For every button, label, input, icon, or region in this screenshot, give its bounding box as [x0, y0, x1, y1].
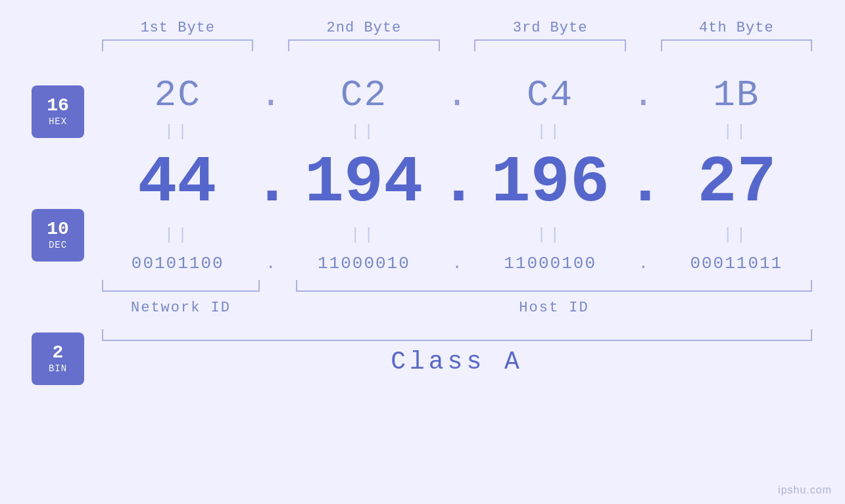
watermark: ipshu.com: [778, 484, 832, 496]
id-label-row: Network ID Host ID: [102, 300, 812, 316]
top-bracket-row: [102, 39, 812, 51]
hex-base-num: 16: [47, 97, 69, 115]
bin-base-num: 2: [53, 344, 64, 362]
grid-wrapper: 1st Byte 2nd Byte 3rd Byte 4th Byte 2C .…: [102, 20, 812, 376]
col-header-2: 2nd Byte: [288, 20, 439, 36]
main-container: 16 HEX 10 DEC 2 BIN 1st Byte 2nd Byte 3r…: [0, 0, 845, 504]
eq2-1: ||: [102, 226, 253, 244]
bin-base-label: BIN: [49, 363, 67, 374]
top-bracket-4: [661, 39, 812, 51]
eq2-4: ||: [661, 226, 812, 244]
dec-dot-3: .: [625, 150, 662, 216]
hex-row: 2C . C2 . C4 . 1B: [102, 74, 812, 116]
col-header-3: 3rd Byte: [474, 20, 625, 36]
dec-dot-2: .: [439, 150, 475, 216]
badges-column: 16 HEX 10 DEC 2 BIN: [32, 85, 84, 385]
dec-base-num: 10: [47, 220, 69, 239]
bottom-bracket-host: [296, 280, 812, 292]
eq-3: ||: [474, 123, 625, 141]
class-label: Class A: [391, 348, 523, 376]
eq-2: ||: [288, 123, 439, 141]
header-row: 1st Byte 2nd Byte 3rd Byte 4th Byte: [102, 20, 812, 36]
dec-badge: 10 DEC: [32, 209, 84, 262]
dec-dot-1: .: [253, 150, 289, 216]
bottom-bracket-row: [102, 280, 812, 292]
top-bracket-3: [474, 39, 625, 51]
dec-val-4: 27: [662, 150, 812, 216]
dec-val-2: 194: [289, 150, 439, 216]
host-id-label: Host ID: [296, 300, 812, 316]
class-row: Class A: [102, 329, 812, 376]
bin-val-1: 00101100: [102, 254, 253, 273]
bin-val-2: 11000010: [288, 254, 439, 273]
hex-dot-2: .: [440, 74, 475, 116]
hex-val-4: 1B: [661, 74, 812, 116]
col-header-4: 4th Byte: [661, 20, 812, 36]
top-bracket-1: [102, 39, 253, 51]
bin-dot-1: .: [253, 254, 288, 273]
hex-val-2: C2: [288, 74, 439, 116]
network-id-label: Network ID: [102, 300, 260, 316]
hex-badge: 16 HEX: [32, 85, 84, 138]
hex-base-label: HEX: [49, 116, 67, 127]
eq-4: ||: [661, 123, 812, 141]
hex-dot-3: .: [626, 74, 661, 116]
eq2-2: ||: [288, 226, 439, 244]
bin-dot-2: .: [440, 254, 475, 273]
dec-base-label: DEC: [49, 240, 67, 250]
dec-val-1: 44: [102, 150, 253, 216]
hex-val-3: C4: [474, 74, 625, 116]
bottom-bracket-network: [102, 280, 260, 292]
class-bracket: [102, 329, 812, 341]
bin-dot-3: .: [626, 254, 661, 273]
eq-row-2: || || || ||: [102, 226, 812, 244]
dec-val-3: 196: [475, 150, 626, 216]
col-header-1: 1st Byte: [102, 20, 253, 36]
bin-badge: 2 BIN: [32, 332, 84, 385]
bin-val-3: 11000100: [474, 254, 625, 273]
eq2-3: ||: [474, 226, 625, 244]
hex-val-1: 2C: [102, 74, 253, 116]
eq-row-1: || || || ||: [102, 123, 812, 141]
bin-val-4: 00011011: [661, 254, 812, 273]
hex-dot-1: .: [253, 74, 288, 116]
eq-1: ||: [102, 123, 253, 141]
bin-row: 00101100 . 11000010 . 11000100 . 0001101…: [102, 254, 812, 273]
dec-row: 44 . 194 . 196 . 27: [102, 150, 812, 216]
top-bracket-2: [288, 39, 439, 51]
